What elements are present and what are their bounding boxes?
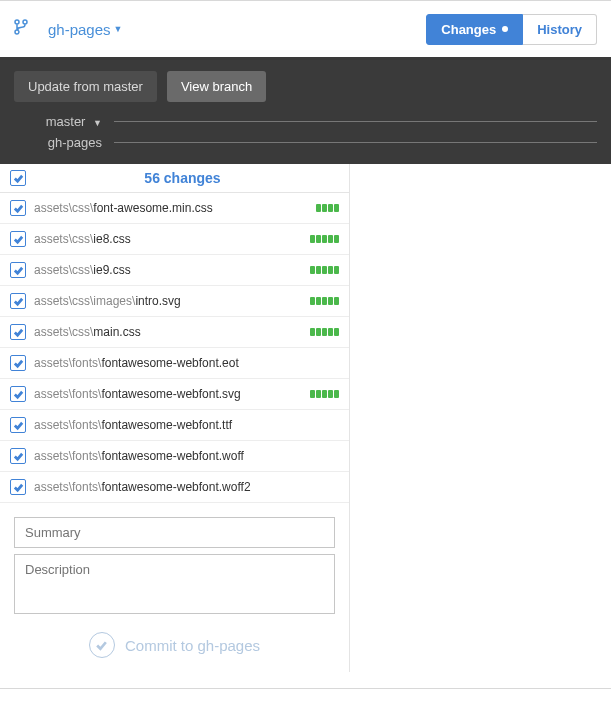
changes-indicator-dot (502, 26, 508, 32)
tab-changes-label: Changes (441, 22, 496, 37)
diff-indicator (310, 328, 339, 336)
file-row[interactable]: assets\css\images\intro.svg (0, 286, 349, 317)
file-checkbox[interactable] (10, 231, 26, 247)
file-path: assets\fonts\fontawesome-webfont.svg (34, 387, 302, 401)
file-row[interactable]: assets\css\ie9.css (0, 255, 349, 286)
commit-section: Commit to gh-pages (0, 503, 349, 672)
tab-history-label: History (537, 22, 582, 37)
file-path: assets\css\ie8.css (34, 232, 302, 246)
toolbar-dark: Update from master View branch master ▼ … (0, 57, 611, 164)
compare-section: master ▼ gh-pages (14, 102, 597, 164)
tab-changes[interactable]: Changes (426, 14, 523, 45)
file-path: assets\fonts\fontawesome-webfont.eot (34, 356, 339, 370)
caret-down-icon: ▼ (114, 24, 123, 34)
file-checkbox[interactable] (10, 355, 26, 371)
diff-indicator (316, 204, 339, 212)
diff-indicator (310, 390, 339, 398)
check-icon (89, 632, 115, 658)
file-checkbox[interactable] (10, 293, 26, 309)
commit-button-label: Commit to gh-pages (125, 637, 260, 654)
select-all-checkbox[interactable] (10, 170, 26, 186)
view-branch-button[interactable]: View branch (167, 71, 266, 102)
branch-selector[interactable]: gh-pages ▼ (48, 21, 122, 38)
file-path: assets\css\ie9.css (34, 263, 302, 277)
header: gh-pages ▼ Changes History (0, 1, 611, 57)
file-checkbox[interactable] (10, 386, 26, 402)
file-row[interactable]: assets\css\ie8.css (0, 224, 349, 255)
file-row[interactable]: assets\fonts\fontawesome-webfont.ttf (0, 410, 349, 441)
file-row[interactable]: assets\css\main.css (0, 317, 349, 348)
changes-header: 56 changes (0, 164, 349, 193)
file-row[interactable]: assets\fonts\fontawesome-webfont.woff (0, 441, 349, 472)
compare-base[interactable]: master ▼ (14, 114, 114, 129)
file-checkbox[interactable] (10, 479, 26, 495)
file-row[interactable]: assets\css\font-awesome.min.css (0, 193, 349, 224)
file-row[interactable]: assets\fonts\fontawesome-webfont.eot (0, 348, 349, 379)
file-list: assets\css\font-awesome.min.cssassets\cs… (0, 193, 349, 503)
compare-base-label: master (46, 114, 86, 129)
diff-indicator (310, 297, 339, 305)
file-path: assets\fonts\fontawesome-webfont.woff2 (34, 480, 339, 494)
compare-line (114, 142, 597, 143)
compare-head-label: gh-pages (48, 135, 102, 150)
update-from-master-button[interactable]: Update from master (14, 71, 157, 102)
file-path: assets\css\font-awesome.min.css (34, 201, 308, 215)
commit-button[interactable]: Commit to gh-pages (14, 632, 335, 658)
file-checkbox[interactable] (10, 200, 26, 216)
changes-count: 56 changes (26, 170, 339, 186)
compare-head: gh-pages (14, 135, 114, 150)
caret-down-icon: ▼ (93, 118, 102, 128)
file-checkbox[interactable] (10, 417, 26, 433)
changes-panel: 56 changes assets\css\font-awesome.min.c… (0, 164, 350, 672)
tab-history[interactable]: History (523, 14, 597, 45)
file-path: assets\fonts\fontawesome-webfont.woff (34, 449, 339, 463)
compare-line (114, 121, 597, 122)
file-checkbox[interactable] (10, 324, 26, 340)
file-row[interactable]: assets\fonts\fontawesome-webfont.woff2 (0, 472, 349, 503)
commit-description-input[interactable] (14, 554, 335, 614)
bottom-divider (0, 688, 611, 689)
file-checkbox[interactable] (10, 448, 26, 464)
diff-indicator (310, 235, 339, 243)
file-path: assets\fonts\fontawesome-webfont.ttf (34, 418, 339, 432)
file-path: assets\css\main.css (34, 325, 302, 339)
branch-icon (14, 18, 28, 40)
branch-name: gh-pages (48, 21, 111, 38)
file-path: assets\css\images\intro.svg (34, 294, 302, 308)
tab-group: Changes History (426, 14, 597, 45)
file-checkbox[interactable] (10, 262, 26, 278)
file-row[interactable]: assets\fonts\fontawesome-webfont.svg (0, 379, 349, 410)
commit-summary-input[interactable] (14, 517, 335, 548)
diff-indicator (310, 266, 339, 274)
